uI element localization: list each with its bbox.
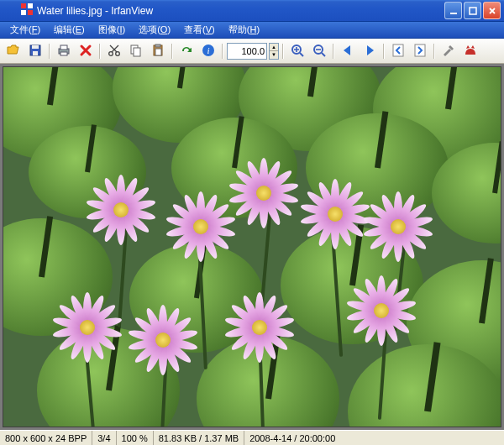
toolbar-separator [220,41,225,61]
zoom-input[interactable] [228,46,266,56]
settings-button[interactable] [438,41,459,61]
next-button[interactable] [360,41,380,61]
info-button[interactable]: i [198,41,218,61]
toolbar-separator [97,41,102,61]
svg-rect-7 [32,45,39,49]
status-index: 3/4 [92,431,116,445]
svg-rect-5 [470,8,476,14]
copy-button[interactable] [126,41,146,61]
folder-open-icon [6,43,21,60]
clipboard-icon [150,43,165,60]
status-bar: 800 x 600 x 24 BPP 3/4 100 % 81.83 KB / … [0,430,504,445]
displayed-image [3,67,501,427]
redo-arrow-icon [179,43,194,60]
window-title: Water lilies.jpg - IrfanView [37,5,153,17]
open-button[interactable] [3,41,24,61]
print-button[interactable] [54,41,74,61]
about-button[interactable] [460,41,480,61]
cat-icon [463,43,478,60]
svg-rect-4 [450,13,457,14]
zoom-out-button[interactable] [309,41,329,61]
prev-button[interactable] [338,41,358,61]
tools-icon [441,43,456,60]
paste-button[interactable] [148,41,168,61]
toolbar-separator [281,41,286,61]
svg-rect-15 [134,48,140,56]
zoom-in-button[interactable] [287,41,307,61]
flower [87,176,155,243]
copy-icon [129,43,144,60]
svg-text:i: i [207,45,209,55]
svg-rect-17 [155,44,160,47]
save-button[interactable] [25,41,45,61]
zoom-input-wrap [227,43,267,60]
scissors-icon [107,43,122,60]
svg-rect-1 [28,3,33,8]
cut-button[interactable] [104,41,124,61]
status-size: 81.83 KB / 1.37 MB [154,431,244,445]
status-zoom: 100 % [117,431,154,445]
delete-button[interactable] [76,41,96,61]
zoom-out-icon [312,43,327,60]
svg-point-13 [116,51,120,55]
toolbar-separator [432,41,437,61]
menu-edit[interactable]: 编辑(E) [49,23,90,37]
delete-x-icon [78,43,93,60]
menu-options[interactable]: 选项(O) [134,23,176,37]
arrow-right-icon [362,43,377,60]
menu-bar: 文件(F) 编辑(E) 图像(I) 选项(O) 查看(V) 帮助(H) [0,22,504,39]
svg-rect-10 [60,45,67,50]
svg-rect-11 [60,52,67,55]
title-bar: Water lilies.jpg - IrfanView [0,0,504,22]
zoom-in-icon [290,43,305,60]
svg-rect-3 [28,10,33,15]
status-datetime: 2008-4-14 / 20:00:00 [244,431,504,445]
svg-rect-24 [415,44,425,56]
menu-image[interactable]: 图像(I) [93,23,130,37]
svg-rect-0 [21,3,26,8]
arrow-left-icon [340,43,355,60]
info-icon: i [201,43,216,60]
minimize-button[interactable] [444,2,462,19]
svg-rect-23 [393,44,403,56]
status-dimensions: 800 x 600 x 24 BPP [0,431,92,445]
menu-view[interactable]: 查看(V) [179,23,220,37]
svg-rect-2 [21,10,26,15]
image-workarea [0,64,504,430]
toolbar-separator [381,41,386,61]
toolbar-separator [170,41,175,61]
toolbar: i ▲▼ [0,39,504,64]
menu-file[interactable]: 文件(F) [5,23,45,37]
toolbar-separator [331,41,336,61]
maximize-button[interactable] [464,2,481,19]
close-button[interactable] [483,2,501,19]
toolbar-separator [47,41,52,61]
image-viewport[interactable] [3,66,501,427]
printer-icon [56,43,71,60]
menu-help[interactable]: 帮助(H) [223,23,265,37]
svg-point-12 [109,51,113,55]
page-first-icon [391,43,406,60]
svg-rect-8 [33,51,38,55]
page-last-icon [412,43,428,60]
svg-rect-18 [155,49,161,55]
floppy-icon [28,43,43,60]
zoom-spinner[interactable]: ▲▼ [269,43,279,60]
redo-button[interactable] [176,41,197,61]
last-button[interactable] [410,41,430,61]
first-button[interactable] [388,41,408,61]
